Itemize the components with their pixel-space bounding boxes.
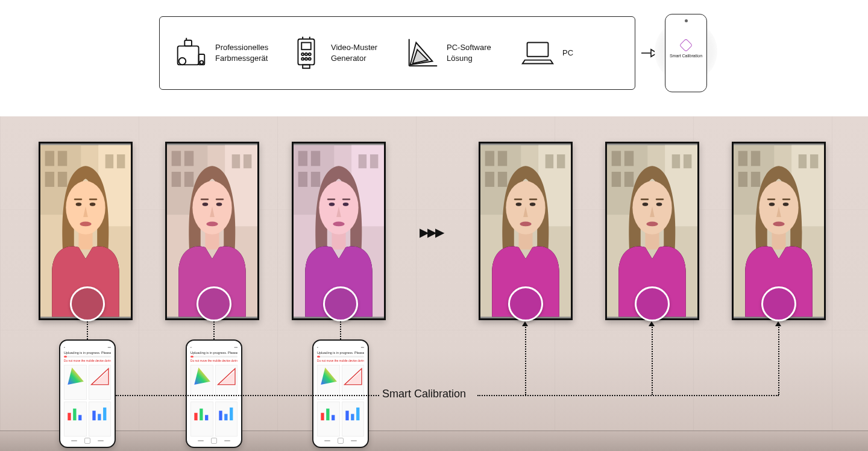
phone-camera-icon	[685, 19, 688, 22]
svg-point-8	[301, 53, 304, 55]
connector-line	[477, 395, 779, 396]
svg-rect-39	[73, 409, 76, 421]
connector-line	[778, 325, 779, 395]
svg-rect-46	[205, 415, 208, 420]
tool-pc-software: PC-Software Lösung	[403, 34, 507, 72]
legacy-tools-box: Professionelles Farbmessgerät Video-Must…	[159, 16, 635, 90]
phone-status-text: Uploading is in progress. Please wait.	[317, 351, 364, 355]
svg-rect-52	[332, 415, 335, 420]
smart-calibration-app-phone: Smart Calibration	[663, 14, 709, 92]
tool-label: Professionelles Farbmessgerät	[215, 42, 268, 63]
phone-outline-icon: Smart Calibration	[665, 14, 707, 92]
bar-chart-icon	[64, 402, 87, 437]
svg-rect-53	[345, 411, 348, 420]
bar-chart-icon	[89, 402, 112, 437]
phone-warning-text: Do not move the mobile device during cal…	[317, 359, 364, 362]
phone-progress-bar	[64, 356, 111, 358]
smart-calibration-app-icon	[679, 38, 693, 52]
svg-point-13	[309, 57, 311, 60]
svg-rect-51	[326, 409, 329, 421]
calibration-phone-1: •••• Uploading is in progress. Please wa…	[59, 339, 116, 448]
svg-point-3	[179, 57, 186, 65]
phone-status-text: Uploading is in progress. Please wait.	[64, 351, 111, 355]
svg-point-12	[305, 57, 307, 60]
svg-point-11	[301, 57, 304, 60]
tool-label: PC	[562, 48, 573, 58]
connector-line	[87, 321, 88, 339]
floor	[0, 430, 868, 451]
tool-colorimeter: Professionelles Farbmessgerät	[172, 34, 275, 72]
tool-pc: PC	[519, 34, 623, 72]
phone-progress-bar	[317, 356, 364, 358]
process-arrow-icon: ▶▶▶	[420, 225, 443, 239]
svg-rect-40	[78, 415, 81, 420]
svg-rect-19	[527, 42, 549, 56]
svg-rect-45	[200, 409, 203, 421]
phone-warning-text: Do not move the mobile device during cal…	[190, 359, 237, 362]
gamut-triangle-icon	[89, 365, 112, 400]
tool-pattern-generator: Video-Muster Generator	[288, 34, 391, 72]
svg-rect-43	[103, 408, 106, 420]
color-swatch-before-2	[197, 286, 231, 321]
svg-rect-48	[224, 414, 227, 421]
connector-line	[340, 321, 341, 339]
smart-calibration-label: Smart Calibration	[382, 388, 466, 400]
arrowhead-up-icon	[522, 321, 528, 326]
legacy-tools-vs-app-row: Professionelles Farbmessgerät Video-Must…	[0, 0, 868, 106]
phone-status-text: Uploading is in progress. Please wait.	[190, 351, 237, 355]
calibration-phone-3: •••• Uploading is in progress. Please wa…	[312, 339, 369, 448]
calibration-before-after-scene: ▶▶▶ •••• Uploading is in progress. Pleas…	[0, 116, 868, 451]
color-swatch-before-3	[323, 286, 358, 321]
svg-rect-41	[92, 411, 95, 420]
svg-rect-1	[184, 40, 192, 46]
color-swatch-after-2	[635, 286, 670, 321]
color-swatch-after-1	[508, 286, 543, 321]
svg-rect-55	[356, 408, 359, 420]
phone-progress-bar	[190, 356, 237, 358]
svg-rect-0	[178, 46, 199, 65]
svg-rect-42	[98, 414, 101, 421]
svg-rect-44	[194, 413, 197, 420]
laptop-icon	[519, 34, 556, 72]
color-swatch-after-3	[761, 286, 796, 321]
gamut-triangle-icon	[403, 34, 441, 72]
app-name-label: Smart Calibration	[670, 54, 702, 58]
color-swatch-before-1	[70, 286, 105, 321]
svg-point-10	[309, 53, 311, 55]
svg-point-5	[200, 60, 204, 64]
svg-rect-7	[301, 42, 311, 49]
svg-rect-49	[230, 408, 233, 420]
phone-warning-text: Do not move the mobile device during cal…	[64, 359, 111, 362]
svg-rect-54	[351, 414, 354, 421]
pattern-generator-icon	[288, 34, 325, 72]
svg-rect-50	[321, 413, 324, 420]
connector-line	[652, 325, 653, 395]
connector-line	[116, 395, 379, 396]
cie-gamut-icon	[64, 365, 87, 400]
calibration-phone-2: •••• Uploading is in progress. Please wa…	[186, 339, 242, 448]
svg-rect-16	[303, 65, 310, 68]
svg-rect-47	[219, 411, 222, 420]
colorimeter-icon	[172, 34, 209, 72]
tool-label: Video-Muster Generator	[331, 42, 377, 63]
arrowhead-up-icon	[775, 321, 781, 326]
connector-line	[213, 321, 215, 339]
arrowhead-up-icon	[649, 321, 655, 326]
tool-label: PC-Software Lösung	[447, 42, 491, 63]
svg-rect-38	[68, 413, 71, 420]
connector-line	[525, 325, 526, 395]
svg-point-9	[305, 53, 307, 55]
